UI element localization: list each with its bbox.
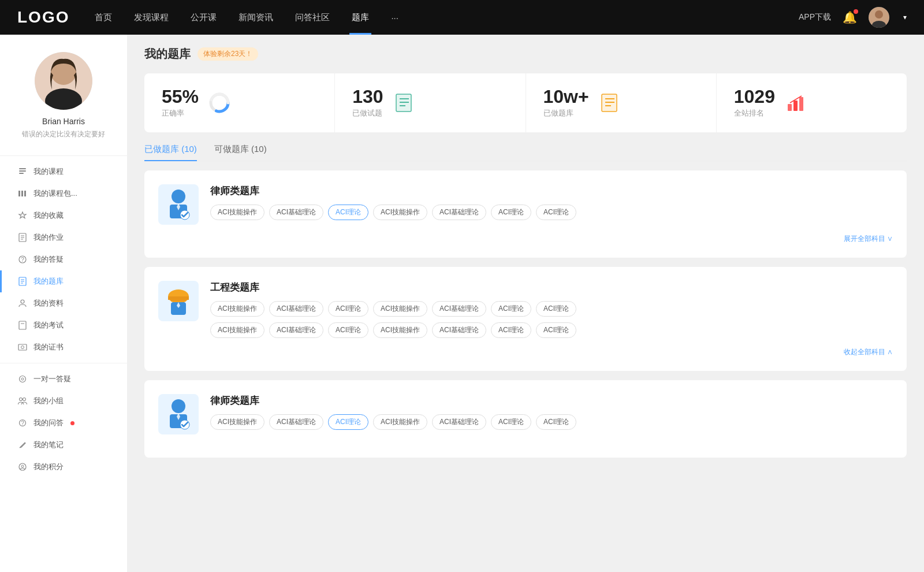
- sidebar-item-courses-label: 我的课程: [33, 166, 64, 177]
- qbank-engineer1-collapse[interactable]: 收起全部科目 ∧: [844, 347, 893, 357]
- qbank-engineer1-tags-row2: ACI技能操作 ACI基础理论 ACI理论 ACI技能操作 ACI基础理论 AC…: [210, 322, 893, 338]
- qbank-lawyer1-expand[interactable]: 展开全部科目 ∨: [844, 234, 893, 244]
- qbank-tag[interactable]: ACI技能操作: [373, 414, 427, 430]
- stat-ranking-value: 1029: [734, 87, 775, 106]
- qbank-tag[interactable]: ACI技能操作: [210, 301, 264, 317]
- qbank-tag[interactable]: ACI基础理论: [269, 322, 323, 338]
- svg-rect-10: [21, 191, 23, 196]
- qbank-tag[interactable]: ACI技能操作: [210, 414, 264, 430]
- qbank-tag[interactable]: ACI理论: [491, 322, 531, 338]
- qbank-tag[interactable]: ACI理论: [328, 322, 368, 338]
- qbank-tag[interactable]: ACI理论: [328, 301, 368, 317]
- sidebar: Brian Harris 错误的决定比没有决定要好 我的课程 我的课程包...: [0, 35, 127, 572]
- svg-rect-23: [19, 321, 26, 329]
- stat-done-questions: 130 已做试题: [335, 73, 526, 132]
- qbank-tag[interactable]: ACI理论: [491, 414, 531, 430]
- trial-badge: 体验剩余23天！: [198, 47, 258, 61]
- my-answers-badge: [70, 421, 74, 425]
- qbank-tag[interactable]: ACI理论: [536, 205, 576, 220]
- sidebar-item-certificate[interactable]: 我的证书: [0, 336, 127, 358]
- notification-bell[interactable]: 🔔: [843, 10, 857, 24]
- exams-icon: [17, 320, 28, 330]
- qbank-tag[interactable]: ACI基础理论: [269, 205, 323, 220]
- sidebar-item-notes[interactable]: 我的笔记: [0, 434, 127, 456]
- qbank-engineer1-name: 工程类题库: [210, 281, 893, 294]
- sidebar-item-notes-label: 我的笔记: [33, 440, 64, 450]
- certificate-icon: [17, 342, 28, 352]
- qbank-tag[interactable]: ACI技能操作: [373, 322, 427, 338]
- qbank-tag[interactable]: ACI技能操作: [373, 205, 427, 220]
- logo: LOGO: [17, 8, 69, 27]
- nav-discover[interactable]: 发现课程: [132, 12, 171, 23]
- tab-available-banks[interactable]: 可做题库 (10): [214, 144, 267, 161]
- qbank-tag[interactable]: ACI理论: [536, 414, 576, 430]
- svg-point-28: [21, 378, 24, 380]
- stat-ranking: 1029 全站排名: [717, 73, 907, 132]
- svg-point-26: [21, 346, 24, 349]
- qbank-tag[interactable]: ACI基础理论: [269, 414, 323, 430]
- qbank-lawyer1-name: 律师类题库: [210, 184, 893, 198]
- qbank-tag[interactable]: ACI技能操作: [210, 322, 264, 338]
- done-questions-icon: [393, 91, 416, 114]
- group-icon: [17, 396, 28, 406]
- svg-rect-49: [788, 104, 792, 111]
- sidebar-item-exams[interactable]: 我的考试: [0, 314, 127, 336]
- nav-home[interactable]: 首页: [92, 12, 114, 23]
- ranking-icon: [784, 91, 807, 114]
- nav-news[interactable]: 新闻资讯: [236, 12, 275, 23]
- qbank-tag[interactable]: ACI理论: [491, 301, 531, 317]
- sidebar-item-questionbank-label: 我的题库: [33, 276, 64, 287]
- qbank-tag[interactable]: ACI基础理论: [432, 322, 486, 338]
- qbank-tag[interactable]: ACI技能操作: [373, 301, 427, 317]
- sidebar-item-tutor[interactable]: 一对一答疑: [0, 368, 127, 390]
- stats-row: 55% 正确率 130 已做试题: [144, 73, 907, 132]
- qbank-tag[interactable]: ACI理论: [491, 205, 531, 220]
- sidebar-item-answers[interactable]: ? 我的答疑: [0, 248, 127, 270]
- sidebar-item-homework[interactable]: 我的作业: [0, 226, 127, 248]
- nav-more[interactable]: ···: [389, 13, 401, 23]
- notification-dot: [854, 9, 858, 14]
- qbank-tag[interactable]: ACI基础理论: [269, 301, 323, 317]
- sidebar-item-packages[interactable]: 我的课程包...: [0, 183, 127, 205]
- qbank-tag[interactable]: ACI理论: [536, 322, 576, 338]
- svg-rect-50: [793, 101, 798, 111]
- qbank-tag[interactable]: ACI基础理论: [432, 301, 486, 317]
- sidebar-item-favorites[interactable]: 我的收藏: [0, 205, 127, 226]
- nav-questionbank[interactable]: 题库: [349, 12, 371, 23]
- qbank-tag[interactable]: ACI理论: [536, 301, 576, 317]
- qbank-tag-active[interactable]: ACI理论: [328, 205, 368, 220]
- tab-done-banks[interactable]: 已做题库 (10): [144, 144, 197, 161]
- sidebar-item-courses[interactable]: 我的课程: [0, 161, 127, 183]
- main-layout: Brian Harris 错误的决定比没有决定要好 我的课程 我的课程包...: [0, 35, 924, 572]
- svg-point-22: [21, 300, 24, 303]
- sidebar-item-points[interactable]: 我的积分: [0, 456, 127, 478]
- user-avatar[interactable]: [869, 7, 889, 28]
- homework-icon: [17, 232, 28, 243]
- svg-point-30: [23, 398, 26, 401]
- sidebar-item-questionbank[interactable]: 我的题库: [0, 270, 127, 292]
- sidebar-menu: 我的课程 我的课程包... 我的收藏 我的作业: [0, 161, 127, 478]
- qbank-tag[interactable]: ACI基础理论: [432, 205, 486, 220]
- svg-rect-6: [19, 168, 26, 169]
- avatar: [35, 52, 92, 110]
- user-menu-chevron[interactable]: ▾: [903, 13, 907, 21]
- done-banks-icon: [598, 91, 621, 114]
- sidebar-item-favorites-label: 我的收藏: [33, 210, 64, 221]
- sidebar-item-points-label: 我的积分: [33, 462, 64, 472]
- sidebar-item-exams-label: 我的考试: [33, 320, 64, 330]
- qbank-tag[interactable]: ACI基础理论: [432, 414, 486, 430]
- sidebar-item-my-answers[interactable]: ? 我的问答: [0, 412, 127, 434]
- svg-point-27: [20, 376, 26, 382]
- courses-icon: [17, 166, 28, 177]
- answers-icon: ?: [17, 254, 28, 265]
- nav-opencourse[interactable]: 公开课: [188, 12, 219, 23]
- app-download-btn[interactable]: APP下载: [799, 12, 831, 23]
- qbank-tag-active[interactable]: ACI理论: [328, 414, 368, 430]
- svg-point-35: [21, 465, 24, 467]
- qbank-tag[interactable]: ACI技能操作: [210, 205, 264, 220]
- sidebar-item-group[interactable]: 我的小组: [0, 390, 127, 412]
- stat-done-banks: 10w+ 已做题库: [526, 73, 717, 132]
- my-answers-icon: ?: [17, 418, 28, 428]
- nav-qa[interactable]: 问答社区: [293, 12, 332, 23]
- sidebar-item-profile[interactable]: 我的资料: [0, 292, 127, 314]
